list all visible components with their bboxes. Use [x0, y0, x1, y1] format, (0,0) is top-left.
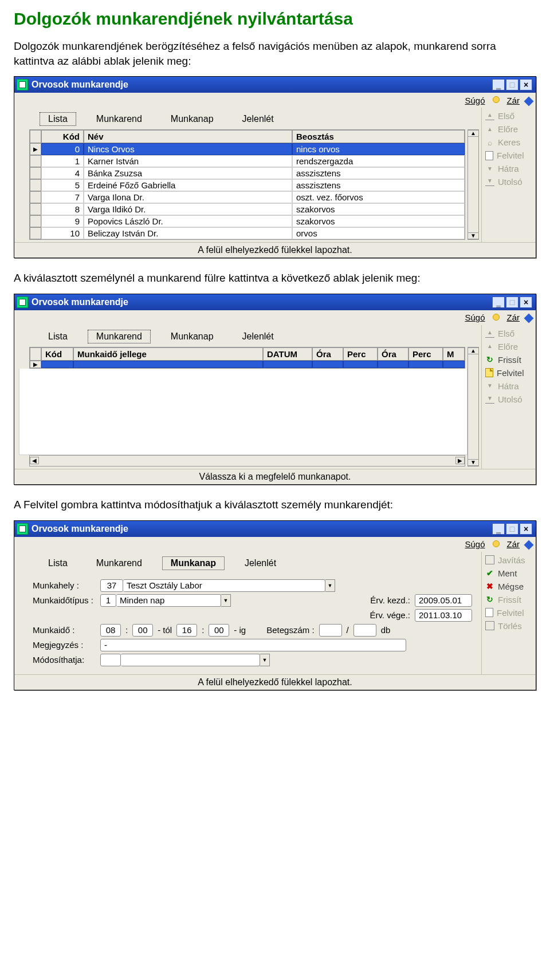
munkaidotipus-name-input[interactable]: Minden nap — [116, 594, 221, 607]
tab-jelenlet[interactable]: Jelenlét — [234, 112, 282, 126]
table-row[interactable]: 4Bánka Zsuzsaasszisztens — [30, 167, 465, 179]
new-button[interactable]: Felvitel — [483, 149, 535, 161]
col-kod[interactable]: Kód — [41, 130, 84, 143]
close-button[interactable]: × — [520, 523, 532, 535]
table-row[interactable]: 8Varga Ildikó Dr.szakorvos — [30, 203, 465, 215]
close-button[interactable]: × — [520, 79, 532, 90]
horizontal-scrollbar[interactable]: ◀▶ — [29, 455, 465, 467]
table-row[interactable]: 1Karner Istvánrendszergazda — [30, 155, 465, 167]
col-nev[interactable]: Név — [84, 130, 292, 143]
col-kod[interactable]: Kód — [41, 347, 73, 361]
maximize-button[interactable]: □ — [506, 523, 518, 535]
munkarend-grid[interactable]: Kód Munkaidő jellege DATUM Óra Perc Óra … — [29, 347, 465, 369]
close-link[interactable]: Zár — [507, 96, 520, 105]
vertical-scrollbar[interactable]: ▲▼ — [467, 347, 479, 467]
last-button[interactable]: Utolsó — [483, 393, 535, 405]
munkaido-hour-to[interactable]: 16 — [176, 624, 197, 637]
vertical-scrollbar[interactable]: ▲▼ — [467, 129, 479, 240]
help-link[interactable]: Súgó — [465, 96, 485, 105]
col-ora1[interactable]: Óra — [312, 347, 343, 361]
new-button[interactable]: Felvitel — [483, 367, 535, 379]
tab-lista[interactable]: Lista — [40, 112, 76, 126]
tab-munkanap[interactable]: Munkanap — [162, 330, 222, 343]
tab-munkarend[interactable]: Munkarend — [88, 112, 151, 126]
munkaido-hour-from[interactable]: 08 — [100, 624, 121, 637]
refresh-button[interactable]: Frissít — [483, 354, 535, 366]
prev-button[interactable]: Előre — [483, 341, 535, 353]
window-title: Orvosok munkarendje — [32, 80, 128, 90]
window-orvosok-munkarend: Orvosok munkarendje ‗ □ × Súgó Zár Lista… — [14, 294, 536, 485]
table-row[interactable]: 7Varga Ilona Dr.oszt. vez. főorvos — [30, 191, 465, 203]
close-button[interactable]: × — [520, 297, 532, 308]
tab-jelenlet[interactable]: Jelenlét — [234, 330, 282, 343]
munkaido-min-from[interactable]: 00 — [132, 624, 153, 637]
col-jelleg[interactable]: Munkaidő jellege — [73, 347, 263, 361]
modosithatja-name-input[interactable] — [121, 654, 260, 666]
chevron-down-icon[interactable]: ▼ — [221, 594, 231, 607]
diamond-icon — [524, 314, 534, 323]
first-button[interactable]: Első — [483, 327, 535, 339]
col-datum[interactable]: DATUM — [263, 347, 312, 361]
col-beosztas[interactable]: Beosztás — [292, 130, 465, 143]
next-button[interactable]: Hátra — [483, 380, 535, 392]
ervvege-input[interactable]: 2011.03.10 — [415, 609, 472, 622]
chevron-down-icon[interactable]: ▼ — [260, 654, 270, 666]
table-row[interactable] — [30, 361, 465, 368]
last-button[interactable]: Utolsó — [483, 176, 535, 188]
label-ervkezd: Érv. kezd.: — [370, 595, 410, 605]
tab-munkarend[interactable]: Munkarend — [88, 556, 151, 570]
munkahely-name-input[interactable]: Teszt Osztály Labor — [123, 579, 325, 592]
app-icon — [17, 523, 28, 535]
munkaido-min-to[interactable]: 00 — [209, 624, 229, 637]
tab-jelenlet[interactable]: Jelenlét — [236, 556, 285, 570]
cancel-button[interactable]: Mégse — [483, 580, 535, 592]
col-ora2[interactable]: Óra — [378, 347, 408, 361]
next-button[interactable]: Hátra — [483, 163, 535, 175]
table-row[interactable]: 5Erdeiné Főző Gabriellaasszisztens — [30, 179, 465, 191]
table-row[interactable]: 0Nincs Orvosnincs orvos — [30, 143, 465, 155]
status-bar: A felül elhelyezkedő fülekkel lapozhat. — [14, 674, 536, 690]
minimize-button[interactable]: ‗ — [492, 297, 505, 308]
new-button[interactable]: Felvitel — [483, 607, 535, 619]
edit-button[interactable]: Javítás — [483, 554, 535, 566]
save-button[interactable]: Ment — [483, 567, 535, 579]
search-button[interactable]: Keres — [483, 136, 535, 148]
bulb-icon — [491, 539, 501, 550]
tab-munkanap[interactable]: Munkanap — [162, 112, 222, 126]
titlebar: Orvosok munkarendje ‗ □ × — [14, 294, 536, 310]
close-link[interactable]: Zár — [507, 313, 520, 322]
close-link[interactable]: Zár — [507, 539, 520, 549]
maximize-button[interactable]: □ — [506, 297, 518, 308]
prev-button[interactable]: Előre — [483, 123, 535, 135]
titlebar: Orvosok munkarendje ‗ □ × — [14, 521, 536, 537]
minimize-button[interactable]: ‗ — [492, 79, 505, 90]
betegszam-1-input[interactable] — [319, 624, 342, 637]
megjegyzes-input[interactable]: - — [100, 639, 406, 651]
chevron-down-icon[interactable]: ▼ — [325, 579, 335, 592]
app-icon — [17, 79, 28, 90]
help-link[interactable]: Súgó — [465, 539, 485, 549]
delete-button[interactable]: Törlés — [483, 620, 535, 632]
ervkezd-input[interactable]: 2009.05.01 — [415, 594, 472, 607]
first-button[interactable]: Első — [483, 110, 535, 122]
table-row[interactable]: 10Beliczay István Dr.orvos — [30, 227, 465, 239]
col-perc2[interactable]: Perc — [408, 347, 443, 361]
help-link[interactable]: Súgó — [465, 313, 485, 322]
betegszam-2-input[interactable] — [353, 624, 376, 637]
lista-grid[interactable]: Kód Név Beosztás 0Nincs Orvosnincs orvos… — [29, 129, 465, 240]
maximize-button[interactable]: □ — [506, 79, 518, 90]
tab-lista[interactable]: Lista — [40, 556, 76, 570]
table-row[interactable]: 9Popovics László Dr.szakorvos — [30, 215, 465, 227]
munkaidotipus-code-input[interactable]: 1 — [100, 594, 116, 607]
minimize-button[interactable]: ‗ — [492, 523, 505, 535]
col-perc1[interactable]: Perc — [343, 347, 378, 361]
titlebar: Orvosok munkarendje ‗ □ × — [14, 77, 536, 93]
col-m[interactable]: M — [443, 347, 465, 361]
refresh-button[interactable]: Frissít — [483, 594, 535, 606]
tab-munkanap[interactable]: Munkanap — [162, 556, 225, 570]
modosithatja-input[interactable] — [100, 654, 121, 666]
label-db: db — [381, 625, 391, 635]
tab-munkarend[interactable]: Munkarend — [88, 330, 151, 343]
tab-lista[interactable]: Lista — [40, 330, 76, 343]
munkahely-code-input[interactable]: 37 — [100, 579, 123, 592]
